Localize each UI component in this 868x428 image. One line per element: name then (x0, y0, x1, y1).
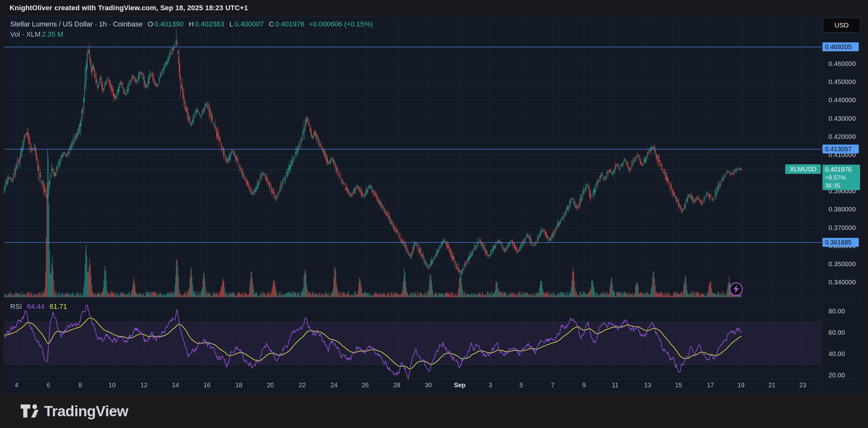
lightning-boost-icon[interactable] (730, 282, 743, 296)
price-tick-label: 0.370000 (829, 224, 856, 231)
tradingview-chart-page: KnightOliver created with TradingView.co… (0, 0, 868, 428)
rsi-legend[interactable]: RSI 64.44 61.71 (10, 303, 67, 311)
usd-currency-button[interactable]: USD (823, 18, 860, 32)
rsi-tick-label: 20.00 (829, 372, 845, 379)
rsi-label: RSI (10, 303, 22, 311)
price-scale[interactable]: USD 0.469205 0.413057 0.361885 0.401976 … (822, 16, 862, 394)
price-tick-label: 0.420000 (829, 133, 856, 140)
volume-label: Vol · XLM (10, 30, 40, 38)
high-value: 0.402363 (195, 20, 224, 28)
tradingview-mark-icon (20, 404, 39, 419)
low-value: 0.400007 (235, 20, 264, 28)
last-price-value: 0.401976 (825, 165, 860, 174)
low-label: L (229, 20, 233, 28)
attribution-text: KnightOliver created with TradingView.co… (9, 4, 248, 12)
footer-bar: TradingView (0, 394, 868, 428)
level-price-label-2[interactable]: 0.413057 (823, 145, 859, 153)
rsi-tick-label: 40.00 (829, 350, 845, 358)
level-price-label-3[interactable]: 0.361885 (823, 238, 859, 247)
volume-legend[interactable]: Vol · XLM 2.35 M (10, 30, 63, 38)
rsi-value: 64.44 (27, 303, 44, 311)
chart-widget: Stellar Lumens / US Dollar · 1h · Coinba… (4, 16, 862, 394)
price-tick-label: 0.440000 (829, 96, 856, 104)
price-tick-label: 0.380000 (829, 206, 856, 213)
symbol-title: Stellar Lumens / US Dollar · 1h · Coinba… (10, 20, 143, 28)
last-price-change: +8.57% (825, 174, 860, 182)
rsi-ma-value: 61.71 (50, 303, 67, 311)
price-tick-label: 0.340000 (829, 279, 856, 286)
high-label: H (189, 20, 194, 28)
price-chart-canvas[interactable] (4, 16, 822, 394)
open-label: O (148, 20, 153, 28)
change-value: +0.000606 (+0.15%) (309, 20, 373, 28)
price-tick-label: 0.350000 (829, 260, 856, 268)
open-value: 0.401390 (154, 20, 184, 28)
pane-separator[interactable] (4, 298, 862, 299)
close-value: 0.401976 (275, 20, 304, 28)
tradingview-logo[interactable]: TradingView (20, 402, 128, 420)
widget-top-border (4, 16, 862, 16)
time-axis-border (4, 379, 862, 379)
volume-value: 2.35 M (42, 30, 63, 38)
tradingview-wordmark: TradingView (44, 402, 128, 420)
price-tick-label: 0.460000 (829, 60, 856, 67)
bar-countdown: 36:35 (825, 182, 860, 189)
price-tick-label: 0.450000 (829, 78, 856, 86)
rsi-tick-label: 60.00 (829, 329, 845, 336)
lightning-bolt-icon (733, 285, 740, 293)
level-price-label-1[interactable]: 0.469205 (823, 42, 859, 51)
last-price-label[interactable]: 0.401976 +8.57% 36:35 (823, 165, 860, 190)
symbol-price-tag[interactable]: XLMUSD (785, 164, 821, 174)
symbol-legend[interactable]: Stellar Lumens / US Dollar · 1h · Coinba… (10, 20, 373, 28)
close-label: C (269, 20, 274, 28)
price-tick-label: 0.430000 (829, 115, 856, 122)
rsi-tick-label: 80.00 (829, 308, 845, 315)
